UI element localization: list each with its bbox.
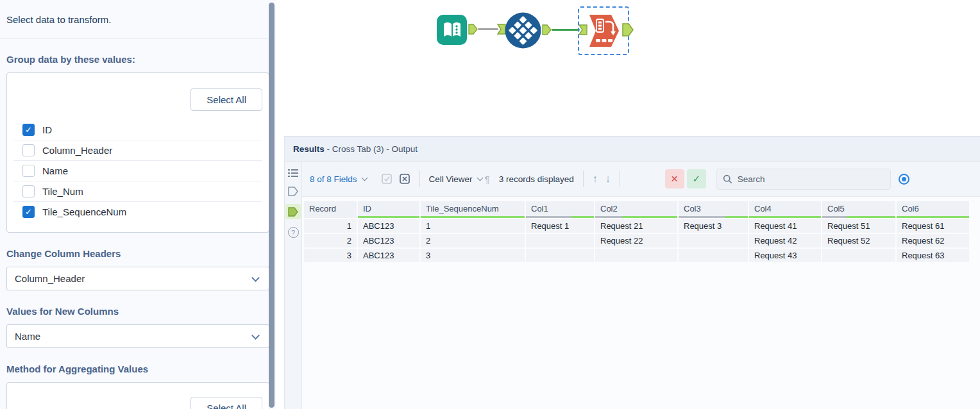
cell[interactable]: 2 xyxy=(421,234,525,247)
cell-viewer-dropdown[interactable]: Cell Viewer xyxy=(429,174,473,184)
group-by-heading: Group data by these values: xyxy=(6,54,269,65)
cell[interactable]: 3 xyxy=(304,249,357,262)
column-headers-dropdown-value: Column_Header xyxy=(15,273,85,284)
output-anchor-icon[interactable] xyxy=(622,23,634,37)
cell[interactable]: 1 xyxy=(421,219,525,233)
tile-tool[interactable] xyxy=(505,12,541,51)
chevron-down-icon xyxy=(251,274,260,282)
cell[interactable]: Request 52 xyxy=(822,234,895,247)
cross-tab-tool[interactable] xyxy=(588,13,620,51)
results-grid: RecordIDTile_SequenceNumCol1Col2Col3Col4… xyxy=(302,197,980,409)
cell[interactable] xyxy=(679,249,748,262)
cell[interactable] xyxy=(595,249,677,262)
cell[interactable]: Request 42 xyxy=(749,234,821,247)
column-header[interactable]: Col6 xyxy=(897,201,969,218)
column-header-label: Record xyxy=(309,204,336,213)
aggregation-method-heading: Method for Aggregating Values xyxy=(6,363,269,374)
new-columns-values-dropdown-value: Name xyxy=(15,331,40,342)
cell[interactable]: Request 61 xyxy=(897,219,969,233)
new-columns-values-dropdown[interactable]: Name xyxy=(6,324,269,348)
column-header[interactable]: Col3 xyxy=(679,201,748,218)
column-header[interactable]: Tile_SequenceNum xyxy=(421,201,525,218)
connection-wire[interactable] xyxy=(478,28,498,30)
column-header-label: Col5 xyxy=(827,204,845,213)
toolbar-separator xyxy=(620,171,620,187)
fields-summary-dropdown[interactable]: 8 of 8 Fields xyxy=(310,174,357,184)
cell[interactable]: Request 22 xyxy=(595,234,677,247)
cell[interactable]: Request 62 xyxy=(897,234,969,247)
connection-wire-active[interactable] xyxy=(552,29,580,31)
data-quality-bar xyxy=(679,216,748,218)
output-connection-selected-icon[interactable] xyxy=(285,204,301,219)
grid-header-row: RecordIDTile_SequenceNumCol1Col2Col3Col4… xyxy=(304,201,980,218)
results-titlebar: Results - Cross Tab (3) - Output xyxy=(285,136,980,162)
show-whitespace-icon[interactable]: ¶ xyxy=(485,174,490,185)
scroll-down-icon[interactable]: ↓ xyxy=(605,173,611,185)
data-quality-bar xyxy=(526,216,594,218)
column-headers-dropdown[interactable]: Column_Header xyxy=(6,267,269,290)
checkbox-label: Tile_SequenceNum xyxy=(42,206,126,217)
table-row: 2ABC1232Request 22Request 42Request 52Re… xyxy=(304,234,980,247)
cell[interactable]: ABC123 xyxy=(358,219,419,233)
cell[interactable]: Request 21 xyxy=(595,219,677,233)
cell[interactable]: Request 43 xyxy=(749,249,821,262)
group-by-listbox: Select All ✓IDColumn_HeaderNameTile_Num✓… xyxy=(6,72,269,233)
config-panel-scrollbar[interactable] xyxy=(269,3,275,408)
aggregation-select-all-button[interactable]: Select All xyxy=(190,397,262,409)
column-header[interactable]: ID xyxy=(358,201,419,218)
column-header[interactable]: Col2 xyxy=(595,201,677,218)
column-header[interactable]: Col1 xyxy=(526,201,594,218)
column-header[interactable]: Record xyxy=(304,201,357,218)
cell[interactable] xyxy=(526,234,594,247)
checkbox[interactable]: ✓ xyxy=(22,124,35,136)
cell[interactable]: 2 xyxy=(304,234,357,247)
cross-tab-config-panel: Select data to transform. Group data by … xyxy=(0,0,276,409)
field-row: ✓ID xyxy=(13,120,262,140)
config-instruction: Select data to transform. xyxy=(6,0,269,38)
column-header[interactable]: Col4 xyxy=(749,201,821,218)
chevron-down-icon xyxy=(477,175,483,181)
column-header[interactable]: Col5 xyxy=(822,201,895,218)
apply-filter-button[interactable]: ✓ xyxy=(687,169,706,188)
record-target-icon[interactable] xyxy=(899,174,909,185)
cell[interactable] xyxy=(822,249,895,262)
metadata-list-icon[interactable] xyxy=(287,168,299,178)
deselect-fields-icon[interactable] xyxy=(399,174,410,184)
clear-filter-button[interactable]: ✕ xyxy=(665,169,684,188)
cell[interactable]: Request 51 xyxy=(822,219,895,233)
cell[interactable]: Request 41 xyxy=(749,219,821,233)
field-row: Tile_Num xyxy=(13,181,262,202)
checkbox[interactable] xyxy=(22,185,35,197)
select-fields-icon[interactable] xyxy=(381,174,393,184)
cell[interactable]: Request 63 xyxy=(897,249,969,262)
table-row: 1ABC1231Request 1Request 21Request 3Requ… xyxy=(304,219,980,233)
input-connection-icon[interactable] xyxy=(287,186,299,196)
toolbar-separator xyxy=(583,171,584,187)
text-input-tool[interactable] xyxy=(437,15,467,45)
help-icon[interactable]: ? xyxy=(288,227,299,238)
checkbox[interactable] xyxy=(22,144,35,156)
data-quality-bar xyxy=(749,216,821,218)
cell[interactable]: 3 xyxy=(421,249,525,262)
cell[interactable]: Request 3 xyxy=(679,219,748,233)
cell[interactable]: ABC123 xyxy=(358,249,419,262)
workflow-canvas[interactable] xyxy=(284,0,980,136)
group-select-all-button[interactable]: Select All xyxy=(190,88,262,111)
cell[interactable]: ABC123 xyxy=(358,234,419,247)
column-header-label: Col4 xyxy=(754,204,772,213)
checkbox[interactable] xyxy=(22,165,35,177)
records-displayed-label: 3 records displayed xyxy=(499,174,574,184)
cell[interactable]: 1 xyxy=(304,219,357,233)
checkbox[interactable]: ✓ xyxy=(22,206,35,218)
output-anchor-icon[interactable] xyxy=(468,24,478,35)
cell[interactable] xyxy=(526,249,594,262)
results-toolbar: 8 of 8 Fields Cell Viewer xyxy=(302,162,980,197)
aggregation-listbox: Select All ✓Concatenate xyxy=(6,382,269,409)
scroll-up-icon[interactable]: ↑ xyxy=(593,173,598,185)
column-header-label: ID xyxy=(363,204,371,213)
output-anchor-icon[interactable] xyxy=(542,24,552,35)
search-input[interactable] xyxy=(716,169,891,190)
cell[interactable]: Request 1 xyxy=(526,219,594,233)
cell[interactable] xyxy=(679,234,748,247)
field-row: ✓Tile_SequenceNum xyxy=(13,202,262,222)
